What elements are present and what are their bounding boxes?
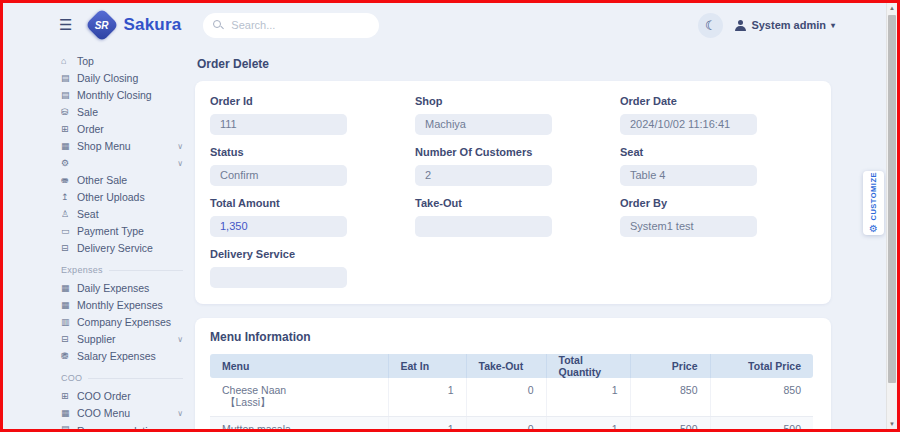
scroll-down-arrow-icon[interactable]: ▼ <box>887 421 897 427</box>
seat-value: Table 4 <box>620 165 757 186</box>
menu-box-icon: ▦ <box>61 409 77 418</box>
sidebar-item-other-sale[interactable]: ⛂ Other Sale <box>61 172 183 189</box>
column-header-price: Price <box>630 354 710 378</box>
column-header-eat-in: Eat In <box>388 354 466 378</box>
sidebar-item-company-expenses[interactable]: ▥ Company Expenses <box>61 314 183 331</box>
coins-icon: ⛂ <box>61 176 77 185</box>
person-icon <box>735 20 746 31</box>
field-seat: Seat Table 4 <box>620 146 757 186</box>
sidebar-item-top[interactable]: ⌂ Top <box>61 53 183 70</box>
vertical-scrollbar[interactable]: ▲ ▼ <box>886 3 897 429</box>
money-icon: ⛃ <box>61 352 77 361</box>
menu-box-icon: ▤ <box>61 425 77 429</box>
column-header-total-quantity: Total Quantity <box>546 354 630 378</box>
sidebar-item-order[interactable]: ⊞ Order <box>61 121 183 138</box>
menu-table: Menu Eat In Take-Out Total Quantity Pric… <box>210 354 813 432</box>
total-quantity-cell: 1 <box>546 417 630 432</box>
upload-icon: ↥ <box>61 193 77 202</box>
delivery-service-value <box>210 267 347 288</box>
book-icon: ▤ <box>61 91 77 100</box>
sidebar-item-shop-menu[interactable]: ▦ Shop Menu ∨ <box>61 138 183 155</box>
seat-icon: ♙ <box>61 210 77 219</box>
table-row: Cheese Naan 【Lassi】 1 0 1 850 850 <box>210 378 813 417</box>
take-out-cell: 0 <box>466 378 546 417</box>
status-value: Confirm <box>210 165 347 186</box>
sidebar-item-daily-closing[interactable]: ▤ Daily Closing <box>61 70 183 87</box>
brand-name: Sakura <box>123 15 181 35</box>
home-icon: ⌂ <box>61 57 77 66</box>
total-price-cell: 500 <box>710 417 813 432</box>
sidebar-item-recommendation-menu[interactable]: ▤ Recommendation Menu <box>61 425 183 429</box>
gear-icon: ⚙ <box>869 224 878 234</box>
order-icon: ⊞ <box>61 125 77 134</box>
truck-icon: ⊟ <box>61 244 77 253</box>
order-icon: ⊞ <box>61 392 77 401</box>
chevron-down-icon: ▾ <box>831 21 835 30</box>
sidebar-item-salary-expenses[interactable]: ⛃ Salary Expenses <box>61 348 183 365</box>
scrollbar-thumb[interactable] <box>888 15 896 383</box>
sidebar-item-delivery-service[interactable]: ⊟ Delivery Service <box>61 240 183 257</box>
field-take-out: Take-Out <box>415 197 552 237</box>
sidebar-item-daily-expenses[interactable]: ▦ Daily Expenses <box>61 280 183 297</box>
sidebar-item-monthly-expenses[interactable]: ▦ Monthly Expenses <box>61 297 183 314</box>
sidebar-item-coo-order[interactable]: ⊞ COO Order <box>61 388 183 405</box>
sidebar-item-payment-type[interactable]: ▭ Payment Type <box>61 223 183 240</box>
chevron-down-icon: ∨ <box>177 409 183 418</box>
order-by-value: System1 test <box>620 216 757 237</box>
user-name: System admin <box>751 19 826 31</box>
field-total-amount: Total Amount 1,350 <box>210 197 347 237</box>
card-icon: ▭ <box>61 227 77 236</box>
chevron-down-icon: ∨ <box>177 159 183 168</box>
divider <box>109 270 183 271</box>
sidebar-item-supplier[interactable]: ⊟ Supplier ∨ <box>61 331 183 348</box>
moon-icon: ☾ <box>705 18 717 33</box>
scroll-up-arrow-icon[interactable]: ▲ <box>887 5 897 11</box>
chevron-down-icon: ∨ <box>177 335 183 344</box>
hamburger-menu-icon[interactable]: ☰ <box>59 16 72 34</box>
sidebar-item-monthly-closing[interactable]: ▤ Monthly Closing <box>61 87 183 104</box>
order-date-value: 2024/10/02 11:16:41 <box>620 114 757 135</box>
page-title: Order Delete <box>197 57 831 71</box>
user-menu[interactable]: System admin ▾ <box>735 19 835 31</box>
order-id-value: 111 <box>210 114 347 135</box>
book-icon: ▤ <box>61 74 77 83</box>
sidebar-section-expenses: Expenses <box>61 260 183 280</box>
price-cell: 500 <box>630 417 710 432</box>
menu-box-icon: ▦ <box>61 142 77 151</box>
main-content: Order Delete Order Id 111 Shop Machiya O… <box>195 49 831 432</box>
search-input[interactable] <box>203 13 379 38</box>
shop-value: Machiya <box>415 114 552 135</box>
take-out-value <box>415 216 552 237</box>
column-header-menu: Menu <box>210 354 388 378</box>
total-price-cell: 850 <box>710 378 813 417</box>
order-fields-grid: Order Id 111 Shop Machiya Order Date 202… <box>210 95 816 288</box>
price-cell: 850 <box>630 378 710 417</box>
column-header-take-out: Take-Out <box>466 354 546 378</box>
sidebar-item-sale[interactable]: ⛁ Sale <box>61 104 183 121</box>
field-shop: Shop Machiya <box>415 95 552 135</box>
table-row: Mutton masala 1 0 1 500 500 <box>210 417 813 432</box>
calendar-icon: ▦ <box>61 301 77 310</box>
total-amount-value: 1,350 <box>210 216 347 237</box>
field-order-date: Order Date 2024/10/02 11:16:41 <box>620 95 757 135</box>
dark-mode-toggle[interactable]: ☾ <box>698 13 723 38</box>
sidebar-item-other-uploads[interactable]: ↥ Other Uploads <box>61 189 183 206</box>
sidebar-item-coo-menu[interactable]: ▦ COO Menu ∨ <box>61 405 183 422</box>
field-number-of-customers: Number Of Customers 2 <box>415 146 552 186</box>
customize-tab[interactable]: CUSTOMIZE ⚙ <box>863 171 884 235</box>
sidebar-item-settings[interactable]: ⚙ ∨ <box>61 155 183 172</box>
menu-information-title: Menu Information <box>210 330 816 344</box>
field-order-id: Order Id 111 <box>210 95 347 135</box>
order-detail-card: Order Id 111 Shop Machiya Order Date 202… <box>195 81 831 304</box>
app-window: ☰ SR Sakura ☾ System admin ▾ ⌂ Top ▤ Dai… <box>0 0 900 432</box>
customize-label: CUSTOMIZE <box>869 172 878 221</box>
logo-diamond-icon: SR <box>85 8 119 42</box>
divider <box>88 378 183 379</box>
menu-name-cell: Mutton masala <box>210 417 388 432</box>
brand-logo[interactable]: SR Sakura <box>90 13 181 37</box>
take-out-cell: 0 <box>466 417 546 432</box>
search-icon <box>213 20 221 28</box>
field-status: Status Confirm <box>210 146 347 186</box>
building-icon: ▥ <box>61 318 77 327</box>
sidebar-item-seat[interactable]: ♙ Seat <box>61 206 183 223</box>
